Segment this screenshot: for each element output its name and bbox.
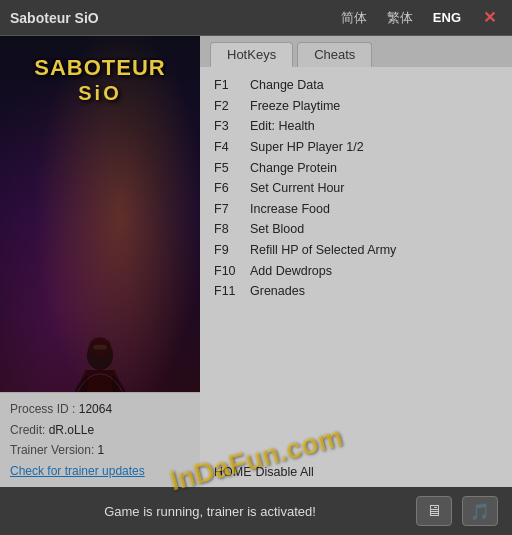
credit-label: Credit:: [10, 423, 45, 437]
hotkey-description: Edit: Health: [250, 116, 315, 137]
hotkey-item: F6Set Current Hour: [214, 178, 498, 199]
hotkey-description: Increase Food: [250, 199, 330, 220]
hotkey-description: Change Protein: [250, 158, 337, 179]
music-button[interactable]: 🎵: [462, 496, 498, 526]
credit-line: Credit: dR.oLLe: [10, 420, 190, 440]
hotkey-key: F2: [214, 96, 250, 117]
hotkey-item: F2Freeze Playtime: [214, 96, 498, 117]
hotkey-key: F5: [214, 158, 250, 179]
hotkey-key: F1: [214, 75, 250, 96]
hotkey-key: F6: [214, 178, 250, 199]
right-panel: HotKeys Cheats F1Change DataF2Freeze Pla…: [200, 36, 512, 487]
hotkey-key: F10: [214, 261, 250, 282]
home-key: HOME: [214, 465, 252, 479]
process-id-value: 12064: [79, 402, 112, 416]
game-title-art-line2: SiO: [78, 82, 121, 105]
svg-rect-2: [93, 345, 106, 350]
hotkey-item: F4Super HP Player 1/2: [214, 137, 498, 158]
hotkey-item: F9Refill HP of Selected Army: [214, 240, 498, 261]
hotkey-item: F7Increase Food: [214, 199, 498, 220]
hotkey-description: Grenades: [250, 281, 305, 302]
process-id-line: Process ID : 12064: [10, 399, 190, 419]
home-disable-all: HOMEDisable All: [200, 461, 512, 487]
hotkey-description: Set Current Hour: [250, 178, 344, 199]
game-title-art-line1: SABOTEUR: [34, 56, 165, 80]
hotkey-key: F9: [214, 240, 250, 261]
status-message: Game is running, trainer is activated!: [14, 504, 406, 519]
check-update-line[interactable]: Check for trainer updates: [10, 461, 190, 481]
hotkey-item: F1Change Data: [214, 75, 498, 96]
app-title: Saboteur SiO: [10, 10, 331, 26]
lang-traditional[interactable]: 繁体: [383, 7, 417, 29]
close-button[interactable]: ✕: [477, 6, 502, 29]
check-update-link[interactable]: Check for trainer updates: [10, 464, 145, 478]
hotkey-item: F8Set Blood: [214, 219, 498, 240]
hotkey-item: F3Edit: Health: [214, 116, 498, 137]
process-id-label: Process ID :: [10, 402, 75, 416]
tab-hotkeys[interactable]: HotKeys: [210, 42, 293, 67]
title-bar: Saboteur SiO 简体 繁体 ENG ✕: [0, 0, 512, 36]
credit-value: dR.oLLe: [49, 423, 94, 437]
hotkey-description: Add Dewdrops: [250, 261, 332, 282]
hotkey-item: F10Add Dewdrops: [214, 261, 498, 282]
left-info-panel: Process ID : 12064 Credit: dR.oLLe Train…: [0, 392, 200, 487]
lang-simplified[interactable]: 简体: [337, 7, 371, 29]
hotkeys-list: F1Change DataF2Freeze PlaytimeF3Edit: He…: [200, 67, 512, 461]
hotkey-item: F11Grenades: [214, 281, 498, 302]
hotkey-description: Freeze Playtime: [250, 96, 340, 117]
hotkey-key: F3: [214, 116, 250, 137]
hotkey-description: Change Data: [250, 75, 324, 96]
lang-english[interactable]: ENG: [429, 8, 465, 27]
hotkey-key: F7: [214, 199, 250, 220]
hotkey-key: F4: [214, 137, 250, 158]
hotkey-key: F8: [214, 219, 250, 240]
status-bar: Game is running, trainer is activated! 🖥…: [0, 487, 512, 535]
tabs-container: HotKeys Cheats: [200, 36, 512, 67]
trainer-version-value: 1: [98, 443, 105, 457]
trainer-version-line: Trainer Version: 1: [10, 440, 190, 460]
hotkey-description: Super HP Player 1/2: [250, 137, 364, 158]
hotkey-description: Set Blood: [250, 219, 304, 240]
hotkey-item: F5Change Protein: [214, 158, 498, 179]
trainer-version-label: Trainer Version:: [10, 443, 94, 457]
hotkey-description: Refill HP of Selected Army: [250, 240, 396, 261]
music-icon: 🎵: [470, 502, 490, 521]
hotkey-key: F11: [214, 281, 250, 302]
tab-cheats[interactable]: Cheats: [297, 42, 372, 67]
monitor-button[interactable]: 🖥: [416, 496, 452, 526]
monitor-icon: 🖥: [426, 502, 442, 520]
home-description: Disable All: [256, 465, 314, 479]
